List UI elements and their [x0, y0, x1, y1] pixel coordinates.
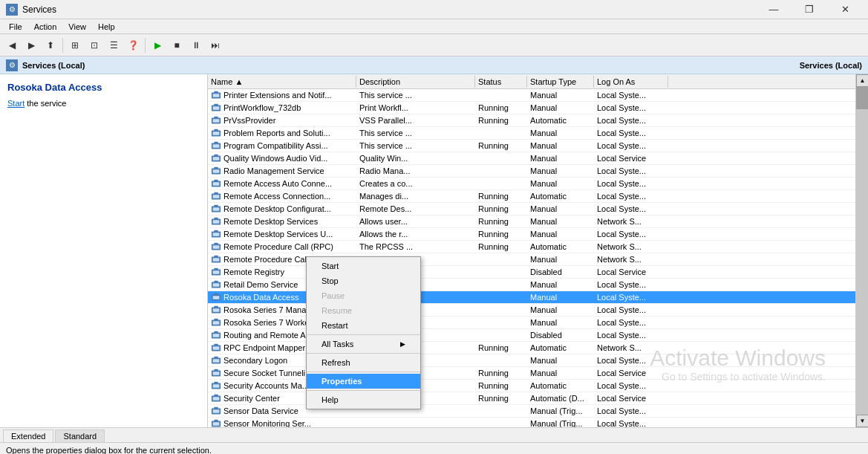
service-startup-cell: Manual [527, 166, 594, 176]
scrollbar-track[interactable] [856, 87, 868, 415]
service-name-text: PrVssProvider [223, 116, 275, 125]
menu-help[interactable]: Help [92, 22, 121, 32]
service-status-cell [475, 423, 527, 424]
table-row[interactable]: Remote Access Connection...Manages di...… [208, 190, 855, 203]
service-startup-cell: Automatic (D... [527, 393, 594, 403]
start-service-link[interactable]: Start [7, 99, 25, 108]
scrollbar-thumb[interactable] [856, 87, 868, 109]
toolbar-restart-service[interactable]: ⏭ [206, 36, 224, 54]
ctx-item-help[interactable]: Help [307, 392, 420, 407]
left-panel-text: the service [27, 99, 66, 108]
service-startup-cell: Manual [527, 103, 594, 113]
service-name-text: Program Compatibility Assi... [223, 141, 328, 150]
table-row[interactable]: PrVssProviderVSS Parallel...RunningAutom… [208, 114, 855, 127]
title-bar-text: Services [22, 4, 757, 15]
toolbar-properties[interactable]: ☰ [105, 36, 123, 54]
toolbar-show-hide[interactable]: ⊞ [66, 36, 84, 54]
table-row[interactable]: Routing and Remote A...DisabledLocal Sys… [208, 329, 855, 342]
table-row[interactable]: Remote Access Auto Conne...Creates a co.… [208, 178, 855, 190]
service-logon-cell: Local Syste... [594, 140, 668, 151]
table-row[interactable]: Security Accounts Ma...RunningAutomaticL… [208, 380, 855, 392]
table-row[interactable]: Remote Procedure Call (RP...In Windows..… [208, 253, 855, 266]
col-header-name[interactable]: Name ▲ [208, 76, 356, 88]
ctx-item-label: Resume [322, 306, 352, 315]
table-row[interactable]: Sensor Data ServiceManual (Trig...Local … [208, 405, 855, 418]
tab-extended[interactable]: Extended [3, 429, 53, 442]
toolbar-stop-service[interactable]: ■ [168, 36, 186, 54]
minimize-button[interactable]: — [757, 0, 791, 19]
service-icon [211, 103, 221, 113]
service-icon [211, 191, 221, 201]
tab-standard[interactable]: Standard [55, 429, 105, 442]
service-status-cell [475, 94, 527, 96]
table-row[interactable]: Quality Windows Audio Vid...Quality Win.… [208, 152, 855, 165]
scroll-up-btn[interactable]: ▲ [856, 74, 868, 87]
table-row[interactable]: Security CenterRunningAutomatic (D...Loc… [208, 392, 855, 405]
toolbar-help-btn[interactable]: ❓ [124, 36, 142, 54]
service-status-cell [475, 259, 527, 260]
ctx-item-start[interactable]: Start [307, 259, 420, 273]
service-name-cell: Remote Desktop Services U... [208, 228, 356, 240]
table-row[interactable]: Rosoka Data AccessManualLocal Syste... [208, 291, 855, 304]
table-row[interactable]: Remote RegistryEnables rem...DisabledLoc… [208, 266, 855, 279]
table-row[interactable]: Program Compatibility Assi...This servic… [208, 140, 855, 152]
toolbar-start-service[interactable]: ▶ [149, 36, 166, 54]
table-row[interactable]: Remote Desktop Configurat...Remote Des..… [208, 203, 855, 215]
toolbar-back[interactable]: ◀ [3, 36, 21, 54]
toolbar-up[interactable]: ⬆ [42, 36, 59, 54]
service-status-cell: Running [475, 380, 527, 391]
service-icon [211, 153, 221, 163]
service-name-cell: Printer Extensions and Notif... [208, 89, 356, 101]
table-row[interactable]: Sensor Monitoring Ser...Manual (Trig...L… [208, 418, 855, 427]
service-status-cell [475, 309, 527, 311]
table-row[interactable]: PrintWorkflow_732dbPrint Workfl...Runnin… [208, 102, 855, 114]
ctx-item-restart[interactable]: Restart [307, 318, 420, 333]
service-icon [211, 380, 221, 391]
service-icon [211, 368, 221, 378]
app-icon: ⚙ [6, 4, 18, 16]
service-name-cell: Program Compatibility Assi... [208, 140, 356, 152]
table-row[interactable]: Remote Desktop Services U...Allows the r… [208, 228, 855, 241]
ctx-item-refresh[interactable]: Refresh [307, 355, 420, 370]
table-row[interactable]: Rosoka Series 7 Manag...ManualLocal Syst… [208, 304, 855, 317]
scroll-down-btn[interactable]: ▼ [856, 415, 868, 427]
toolbar-new-window[interactable]: ⊡ [85, 36, 103, 54]
service-icon [211, 229, 221, 239]
table-row[interactable]: Rosoka Series 7 Worke...ManualLocal Syst… [208, 317, 855, 329]
table-row[interactable]: RPC Endpoint MapperRunningAutomaticNetwo… [208, 342, 855, 354]
maximize-button[interactable]: ❐ [792, 0, 826, 19]
service-desc-cell: This service ... [356, 128, 475, 138]
service-logon-cell: Local Syste... [594, 115, 668, 126]
toolbar-forward[interactable]: ▶ [22, 36, 40, 54]
service-startup-cell: Manual (Trig... [527, 406, 594, 416]
service-desc-cell: Allows user... [356, 216, 475, 227]
service-status-cell [475, 334, 527, 336]
menu-file[interactable]: File [3, 22, 28, 32]
ctx-item-all-tasks[interactable]: All Tasks▶ [307, 337, 420, 351]
table-row[interactable]: Remote Procedure Call (RPC)The RPCSS ...… [208, 241, 855, 253]
table-row[interactable]: Radio Management ServiceRadio Mana...Man… [208, 165, 855, 178]
table-row[interactable]: Secure Socket Tunneli...RunningManualLoc… [208, 367, 855, 380]
menu-action[interactable]: Action [28, 22, 63, 32]
table-row[interactable]: Printer Extensions and Notif...This serv… [208, 89, 855, 102]
service-status-cell [475, 322, 527, 323]
service-name-text: Secondary Logon [223, 356, 287, 365]
table-row[interactable]: Remote Desktop ServicesAllows user...Run… [208, 215, 855, 228]
col-header-logon[interactable]: Log On As [594, 76, 668, 88]
menu-view[interactable]: View [62, 22, 92, 32]
service-status-cell: Running [475, 368, 527, 378]
ctx-item-properties[interactable]: Properties [307, 374, 420, 389]
scrollbar[interactable]: ▲ ▼ [855, 74, 868, 427]
service-logon-cell: Local Syste... [594, 305, 668, 315]
col-header-startup[interactable]: Startup Type [527, 76, 594, 88]
table-row[interactable]: Retail Demo ServiceThe Retail D...Manual… [208, 279, 855, 291]
table-row[interactable]: Problem Reports and Soluti...This servic… [208, 127, 855, 140]
toolbar-pause-service[interactable]: ⏸ [187, 36, 205, 54]
panel-header-left: Services (Local) [22, 61, 85, 70]
col-header-status[interactable]: Status [475, 76, 527, 88]
ctx-item-stop[interactable]: Stop [307, 273, 420, 288]
close-button[interactable]: ✕ [828, 0, 862, 19]
table-row[interactable]: Secondary LogonManualLocal Syste... [208, 354, 855, 367]
service-desc-cell [356, 410, 475, 412]
col-header-desc[interactable]: Description [356, 76, 475, 88]
